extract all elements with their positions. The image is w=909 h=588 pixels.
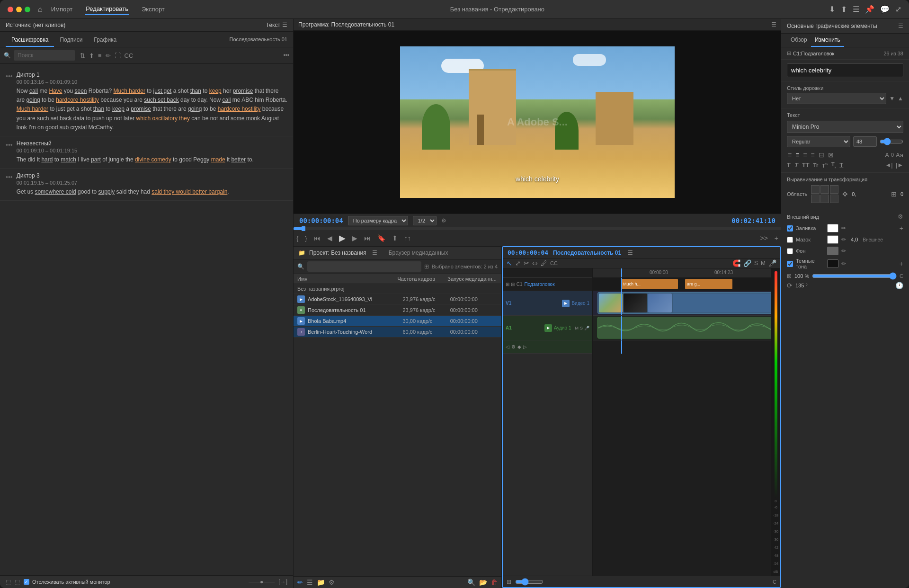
file-row-2[interactable]: ≡ Последовательность 01 23,976 кадр/с 00…: [294, 305, 501, 316]
file-row-1[interactable]: ▶ AdobeStock_116640093_Vi 23,976 кадр/с …: [294, 294, 501, 305]
mark-in-button[interactable]: {: [296, 235, 298, 242]
track-style-select[interactable]: Нет: [787, 93, 886, 104]
align-center-button[interactable]: ≡: [794, 150, 800, 160]
footer-icon-2[interactable]: ⬚: [15, 579, 20, 585]
background-pencil-icon[interactable]: ✏: [841, 248, 846, 254]
fill-color-swatch[interactable]: [827, 224, 838, 232]
align-right-button[interactable]: ≡: [802, 150, 808, 160]
tab-browse[interactable]: Обзор: [787, 34, 811, 47]
transform-cell-1[interactable]: [811, 185, 820, 194]
fullscreen-icon[interactable]: ⤢: [895, 5, 901, 14]
cc-icon[interactable]: CC: [125, 52, 134, 59]
monitor-checkbox[interactable]: ✓: [24, 579, 29, 585]
transform-cell-6[interactable]: [830, 195, 838, 203]
fill-checkbox[interactable]: [787, 225, 793, 232]
extract-button[interactable]: ↑↑: [404, 234, 411, 242]
folder-icon[interactable]: 📁: [317, 579, 325, 586]
current-timecode[interactable]: 00:00:00:04: [299, 217, 343, 224]
more-options-icon[interactable]: •••: [283, 52, 289, 59]
style-select[interactable]: Regular: [787, 136, 850, 147]
pin-icon[interactable]: 📌: [865, 5, 874, 14]
new-folder-icon[interactable]: 📂: [479, 579, 487, 586]
quality-select[interactable]: 1/2: [413, 216, 437, 225]
stroke-checkbox[interactable]: [787, 237, 793, 243]
edit-icon[interactable]: ✏: [106, 52, 111, 59]
menu-icon[interactable]: ☰: [853, 5, 859, 14]
italic-button[interactable]: T: [794, 161, 798, 169]
smallcaps-button[interactable]: Tr: [813, 162, 818, 168]
tab-left-icon[interactable]: ◄|: [885, 161, 893, 169]
font-select[interactable]: Minion Pro: [787, 121, 903, 133]
mark-out-button[interactable]: }: [305, 235, 307, 242]
audio-clip[interactable]: [597, 317, 771, 339]
transform-cell-2[interactable]: [820, 185, 829, 194]
step-back-button[interactable]: ◀: [327, 234, 332, 242]
dark-tones-pencil-icon[interactable]: ✏: [841, 260, 846, 267]
align-left-button[interactable]: ≡: [787, 150, 793, 160]
allcaps-button[interactable]: TT: [802, 161, 810, 169]
timeline-timecode[interactable]: 00:00:00:04: [508, 249, 548, 256]
add-fill-icon[interactable]: +: [900, 224, 903, 232]
size-slider[interactable]: [880, 138, 903, 145]
tab-transcript[interactable]: Расшифровка: [6, 34, 54, 47]
delete-icon[interactable]: 🗑: [491, 579, 498, 586]
audio-meter-icon[interactable]: S: [754, 260, 758, 267]
tab-right-icon[interactable]: |►: [896, 161, 903, 169]
close-button[interactable]: [8, 7, 13, 12]
sort-icon[interactable]: ⇅: [80, 52, 85, 59]
entry-menu-1[interactable]: •••: [6, 72, 13, 132]
right-panel-menu-icon[interactable]: ☰: [898, 23, 903, 29]
snap-icon[interactable]: 🧲: [732, 259, 740, 267]
transform-text-icon[interactable]: Aa: [896, 151, 903, 159]
keyframe-icon[interactable]: ◆: [517, 344, 521, 349]
cc-track-icon[interactable]: CC: [550, 260, 558, 266]
solo-audio-icon[interactable]: S: [580, 326, 583, 330]
chat-icon[interactable]: 💬: [880, 5, 890, 14]
razor-tool-icon[interactable]: ✂: [524, 259, 529, 267]
project-grid-icon[interactable]: ⊞: [424, 263, 429, 270]
go-to-out-button[interactable]: ⏭: [364, 234, 371, 242]
media-browser-title[interactable]: Браузер медиаданных: [389, 249, 448, 256]
caption-clip-2[interactable]: are g...: [685, 279, 732, 289]
settings-icon[interactable]: ⚙: [441, 217, 446, 224]
nav-export[interactable]: Экспорт: [141, 4, 166, 15]
dark-tones-checkbox[interactable]: [787, 261, 793, 267]
fit-timeline-icon[interactable]: ⊞: [507, 579, 511, 585]
pen-tool-icon[interactable]: 🖊: [541, 259, 547, 267]
transform-right-icon[interactable]: ⊞: [891, 190, 897, 198]
footer-bracket[interactable]: [→]: [278, 579, 287, 585]
solo-icon[interactable]: M: [761, 260, 766, 267]
slip-tool-icon[interactable]: ⇔: [532, 259, 538, 267]
caption-clip-1[interactable]: Much h...: [621, 279, 678, 289]
search-input[interactable]: [14, 50, 75, 61]
underline-button[interactable]: T: [839, 161, 843, 169]
align-justify-button[interactable]: ≡: [810, 150, 816, 160]
minimize-button[interactable]: [16, 7, 22, 12]
maximize-button[interactable]: [25, 7, 30, 12]
linked-icon[interactable]: 🔗: [743, 259, 751, 267]
opacity-slider[interactable]: [812, 272, 897, 280]
background-checkbox[interactable]: [787, 248, 793, 254]
lift-button[interactable]: ⬆: [392, 234, 398, 242]
mute-icon[interactable]: M: [575, 326, 579, 330]
filter-icon[interactable]: ≡: [98, 52, 102, 59]
superscript-button[interactable]: Ts: [822, 161, 828, 169]
progress-bar[interactable]: [294, 227, 781, 230]
tab-captions[interactable]: Подписи: [54, 34, 88, 47]
clip-gain-icon[interactable]: ⚙: [511, 344, 516, 349]
transform-cell-3[interactable]: [830, 185, 838, 194]
transform-cell-5[interactable]: [820, 195, 829, 203]
add-marker-button[interactable]: 🔖: [377, 234, 385, 242]
size-input[interactable]: [853, 136, 877, 147]
subscript-button[interactable]: T,: [831, 161, 836, 169]
bold-button[interactable]: T: [787, 161, 791, 169]
track-style-up-arrow[interactable]: ▲: [898, 95, 903, 102]
playhead[interactable]: [621, 268, 622, 277]
outline-icon[interactable]: A: [885, 151, 889, 159]
video-clip[interactable]: [597, 292, 771, 314]
export-icon[interactable]: ⬆: [841, 5, 847, 14]
select-tool-icon[interactable]: ↖: [507, 259, 512, 267]
mic-audio-icon[interactable]: 🎤: [584, 326, 589, 330]
zoom-slider[interactable]: [515, 578, 544, 586]
list-view-icon[interactable]: ☰: [307, 579, 313, 586]
